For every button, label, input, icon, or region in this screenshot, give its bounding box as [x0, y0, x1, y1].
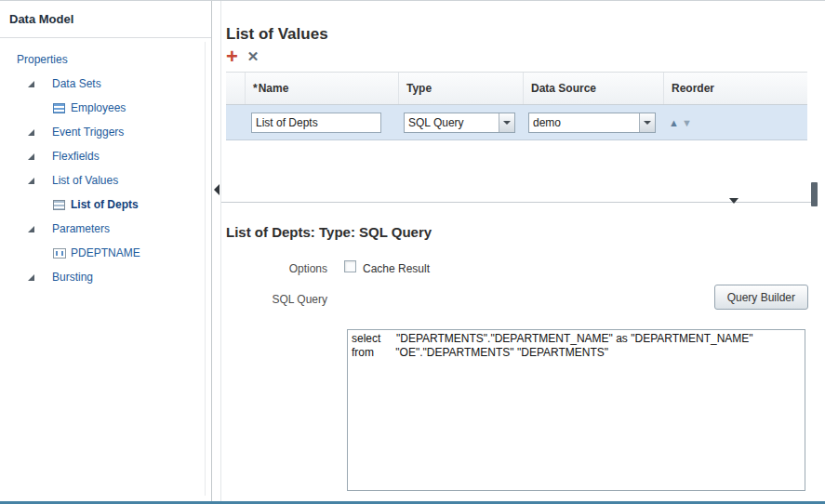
- tree-item-label: PDEPTNAME: [71, 246, 140, 259]
- tree-item-label: Flexfields: [52, 150, 100, 163]
- expand-collapse-icon[interactable]: [28, 153, 34, 160]
- list-of-values-icon: [53, 200, 65, 210]
- tree-item-parameters[interactable]: Parameters: [0, 217, 211, 241]
- collapse-right-panel-handle[interactable]: [811, 182, 818, 206]
- tree-item-bursting[interactable]: Bursting: [0, 265, 211, 289]
- query-builder-button[interactable]: Query Builder: [714, 285, 808, 310]
- parameter-icon: [53, 248, 66, 259]
- lov-table-header: * Name Type Data Source Reorder: [226, 72, 807, 105]
- cache-result-label: Cache Result: [363, 262, 430, 275]
- sql-query-textarea[interactable]: select "DEPARTMENTS"."DEPARTMENT_NAME" a…: [347, 329, 805, 491]
- expand-collapse-icon[interactable]: [28, 81, 34, 87]
- tree-item-label: Data Sets: [52, 77, 101, 90]
- delete-icon[interactable]: ✕: [247, 48, 259, 65]
- data-source-select-value: demo: [529, 113, 639, 132]
- dropdown-arrow-icon[interactable]: [499, 113, 514, 132]
- collapse-sidebar-icon[interactable]: [214, 184, 220, 195]
- tree-item-label: Event Triggers: [52, 126, 124, 139]
- tree-item-label: List of Values: [52, 174, 118, 187]
- tree-item-event-triggers[interactable]: Event Triggers: [0, 120, 211, 144]
- row-selector-header: [226, 73, 245, 104]
- tree-item-data-sets[interactable]: Data Sets: [0, 72, 211, 96]
- data-source-cell: demo: [523, 105, 663, 139]
- tree-item-list-of-depts[interactable]: List of Depts: [0, 192, 211, 217]
- tree-item-label: Parameters: [52, 222, 110, 235]
- lov-name-input[interactable]: [251, 113, 381, 133]
- type-cell: SQL Query: [398, 105, 523, 139]
- collapse-panel-icon[interactable]: [729, 198, 739, 204]
- tree-item-properties[interactable]: Properties: [0, 47, 211, 72]
- sidebar-scrollbar[interactable]: [205, 42, 206, 496]
- cache-result-checkbox[interactable]: [344, 260, 356, 272]
- lov-table: * Name Type Data Source Reorder SQL Quer…: [226, 72, 807, 140]
- options-label: Options: [225, 262, 327, 275]
- tree-item-label: Employees: [71, 101, 126, 114]
- chevron-down-icon: [503, 121, 511, 125]
- move-up-icon[interactable]: ▲: [669, 117, 679, 128]
- sql-query-label: SQL Query: [225, 293, 327, 306]
- sidebar-title: Data Model: [0, 1, 211, 38]
- move-down-icon[interactable]: ▼: [682, 117, 692, 128]
- detail-panel-title: List of Depts: Type: SQL Query: [226, 224, 432, 240]
- horizontal-splitter[interactable]: [221, 202, 818, 203]
- main-panel: List of Values + ✕ * Name Type Data Sour…: [221, 1, 825, 502]
- data-model-editor-window: Data Model Properties Data Sets Employee…: [0, 0, 825, 504]
- tree-item-list-of-values[interactable]: List of Values: [0, 168, 211, 192]
- tree-item-pdeptname[interactable]: PDEPTNAME: [0, 241, 211, 265]
- data-model-sidebar: Data Model Properties Data Sets Employee…: [0, 1, 212, 502]
- expand-collapse-icon[interactable]: [28, 226, 34, 232]
- column-header-reorder: Reorder: [663, 73, 807, 104]
- expand-collapse-icon[interactable]: [28, 178, 34, 184]
- expand-collapse-icon[interactable]: [28, 274, 34, 281]
- vertical-splitter[interactable]: [213, 1, 221, 502]
- tree-item-employees[interactable]: Employees: [0, 96, 211, 120]
- reorder-cell: ▲ ▼: [663, 105, 807, 139]
- add-icon[interactable]: +: [226, 48, 238, 65]
- column-header-data-source: Data Source: [523, 73, 663, 104]
- name-cell: [245, 105, 398, 139]
- column-header-name-label: Name: [259, 82, 289, 95]
- lov-panel-title: List of Values: [226, 25, 328, 44]
- type-select[interactable]: SQL Query: [404, 113, 515, 133]
- tree-item-label: Properties: [17, 53, 68, 66]
- type-select-value: SQL Query: [405, 113, 499, 132]
- dataset-icon: [53, 103, 65, 113]
- row-selector-cell[interactable]: [226, 105, 245, 139]
- chevron-down-icon: [644, 121, 651, 125]
- column-header-name: * Name: [245, 73, 398, 104]
- tree-item-label: List of Depts: [71, 198, 139, 211]
- column-header-type: Type: [398, 73, 523, 104]
- lov-table-row[interactable]: SQL Query demo ▲ ▼: [226, 105, 807, 140]
- required-marker: *: [253, 82, 258, 95]
- dropdown-arrow-icon[interactable]: [639, 113, 655, 132]
- tree-item-flexfields[interactable]: Flexfields: [0, 144, 211, 168]
- expand-collapse-icon[interactable]: [28, 129, 34, 136]
- data-source-select[interactable]: demo: [528, 113, 656, 133]
- data-model-tree: Properties Data Sets Employees Event Tri…: [0, 38, 211, 289]
- tree-item-label: Bursting: [52, 271, 93, 284]
- lov-toolbar: + ✕: [226, 47, 259, 66]
